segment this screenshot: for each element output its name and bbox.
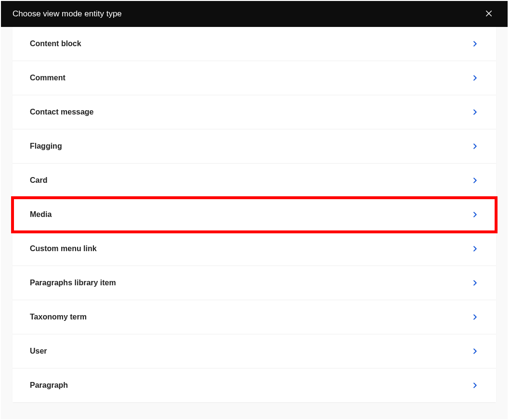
entity-type-list: Content blockCommentContact messageFlagg…: [13, 27, 496, 402]
entity-type-item[interactable]: Content block: [13, 27, 496, 61]
chevron-right-icon: [471, 382, 479, 389]
chevron-right-icon: [471, 245, 479, 253]
entity-type-item[interactable]: Contact message: [13, 95, 496, 129]
close-icon: [485, 9, 493, 19]
chevron-right-icon: [471, 347, 479, 355]
chevron-right-icon: [471, 211, 479, 218]
chevron-right-icon: [471, 279, 479, 287]
entity-type-label: Media: [30, 210, 52, 219]
entity-type-label: Comment: [30, 74, 66, 82]
entity-type-item[interactable]: User: [13, 334, 496, 369]
modal-header: Choose view mode entity type: [1, 1, 508, 27]
entity-type-label: Flagging: [30, 142, 62, 151]
chevron-right-icon: [471, 74, 479, 82]
chevron-right-icon: [471, 108, 479, 116]
modal-body-scroll[interactable]: Content blockCommentContact messageFlagg…: [1, 27, 508, 419]
entity-type-label: Card: [30, 176, 47, 185]
entity-type-label: Taxonomy term: [30, 313, 87, 321]
chevron-right-icon: [471, 40, 479, 48]
close-button[interactable]: [482, 6, 496, 22]
entity-type-label: Contact message: [30, 108, 94, 116]
chevron-right-icon: [471, 177, 479, 184]
entity-type-item[interactable]: Custom menu link: [13, 232, 496, 266]
entity-type-label: Custom menu link: [30, 244, 97, 253]
entity-type-label: User: [30, 347, 47, 356]
entity-type-label: Paragraph: [30, 381, 68, 390]
entity-type-label: Paragraphs library item: [30, 279, 116, 287]
entity-type-item[interactable]: Paragraph: [13, 369, 496, 402]
entity-type-item[interactable]: Card: [13, 164, 496, 198]
modal-title: Choose view mode entity type: [13, 9, 122, 19]
entity-type-label: Content block: [30, 39, 81, 48]
chevron-right-icon: [471, 142, 479, 150]
entity-type-item[interactable]: Paragraphs library item: [13, 266, 496, 300]
entity-type-item[interactable]: Media: [13, 198, 496, 232]
entity-type-item[interactable]: Comment: [13, 61, 496, 95]
entity-type-item[interactable]: Flagging: [13, 129, 496, 164]
entity-type-item[interactable]: Taxonomy term: [13, 300, 496, 334]
chevron-right-icon: [471, 313, 479, 321]
